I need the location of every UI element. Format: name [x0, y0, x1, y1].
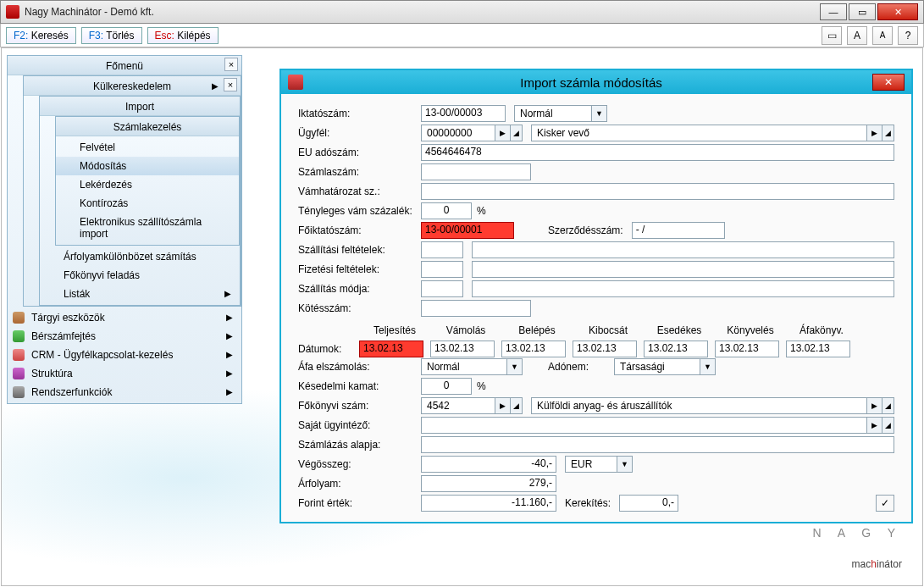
field-own-clerk[interactable]: ▶◢ [421, 417, 894, 434]
date-vamolas[interactable]: 13.02.13 [430, 341, 495, 357]
lookup-icon[interactable]: ▶ [866, 418, 882, 433]
label-delivery-terms: Szállítási feltételek: [298, 244, 421, 256]
combo-currency[interactable]: EUR▼ [565, 456, 633, 473]
chevron-down-icon[interactable]: ▼ [591, 106, 606, 121]
combo-tax-type[interactable]: Társasági▼ [614, 358, 716, 375]
menu-main-header[interactable]: Főmenü× [8, 56, 241, 75]
font-small-button[interactable]: A [872, 26, 893, 45]
field-late-interest[interactable]: 0 [421, 378, 472, 395]
field-invoice-no[interactable] [421, 163, 531, 180]
corner-icon[interactable]: ◢ [882, 418, 894, 433]
label-iktatoszam: Iktatószám: [298, 108, 421, 119]
field-billing-basis[interactable] [421, 436, 894, 453]
close-icon[interactable]: × [224, 58, 238, 71]
field-delivery-terms-code[interactable] [421, 241, 463, 258]
field-binding-no[interactable] [421, 300, 531, 317]
label-own-clerk: Saját ügyintéző: [298, 419, 421, 431]
menu-item-edi-import[interactable]: Elektronikus szállítószámla import [56, 213, 239, 243]
window-mode-button[interactable]: ▭ [822, 26, 842, 45]
field-payment-terms-text[interactable] [472, 261, 894, 278]
date-teljesites[interactable]: 13.02.13 [359, 341, 423, 357]
delete-button[interactable]: F3: Törlés [81, 27, 142, 44]
date-kibocsat[interactable]: 13.02.13 [573, 341, 637, 357]
close-icon[interactable]: × [224, 78, 237, 91]
label-eu-vat: EU adószám: [298, 147, 421, 158]
font-large-button[interactable]: A [847, 26, 867, 45]
date-afakonyv[interactable]: 13.02.13 [786, 341, 850, 357]
date-esedekes[interactable]: 13.02.13 [644, 341, 708, 357]
menu-item-crm[interactable]: CRM - Ügyfélkapcsolat-kezelés▶ [8, 346, 241, 364]
field-ledger-code[interactable]: 4542▶◢ [421, 397, 523, 414]
corner-icon[interactable]: ◢ [882, 125, 894, 141]
chevron-down-icon[interactable]: ▼ [700, 359, 715, 374]
field-rounding[interactable]: 0,- [619, 495, 678, 512]
menu-foreign-trade-header[interactable]: Külkereskedelem▶× [24, 76, 241, 96]
brand-logo: N A G Y machinátor [812, 526, 902, 575]
label-exchange-rate: Árfolyam: [298, 478, 421, 490]
maximize-button[interactable]: ▭ [849, 3, 876, 20]
col-teljesites: Teljesítés [359, 324, 430, 336]
app-icon [6, 5, 19, 19]
label-shipping-mode: Szállítás módja: [298, 283, 421, 295]
dialog-titlebar: Import számla módosítás ✕ [281, 70, 911, 94]
date-konyveles[interactable]: 13.02.13 [715, 341, 779, 357]
menu-item-payroll[interactable]: Bérszámfejtés▶ [8, 327, 241, 346]
help-button[interactable]: ? [898, 26, 918, 45]
corner-icon[interactable]: ◢ [510, 398, 522, 413]
main-toolbar: F2: Keresés F3: Törlés Esc: Kilépés ▭ A … [0, 24, 924, 47]
corner-icon[interactable]: ◢ [510, 125, 522, 141]
menu-item-ledger-post[interactable]: Főkönyvi feladás [40, 266, 240, 285]
corner-icon[interactable]: ◢ [882, 398, 894, 413]
field-iktatoszam[interactable]: 13-00/00003 [421, 105, 506, 122]
chevron-down-icon[interactable]: ▼ [506, 359, 522, 374]
lookup-icon[interactable]: ▶ [495, 125, 510, 141]
field-main-reg-no[interactable]: 13-00/00001 [421, 222, 514, 239]
dialog-close-button[interactable]: ✕ [872, 74, 905, 91]
confirm-button[interactable]: ✓ [876, 495, 894, 512]
menu-main: Főmenü× Külkereskedelem▶× Import Számlak… [7, 55, 242, 404]
lookup-icon[interactable]: ▶ [866, 125, 882, 141]
menu-invoice-mgmt-header[interactable]: Számlakezelés [56, 117, 239, 136]
field-customer-name[interactable]: Kisker vevő▶◢ [531, 125, 894, 141]
field-total[interactable]: -40,- [421, 456, 556, 473]
field-delivery-terms-text[interactable] [472, 241, 894, 258]
field-customs-pct[interactable]: 0 [421, 202, 472, 219]
menu-item-new[interactable]: Felvétel [56, 138, 239, 157]
field-shipping-mode-code[interactable] [421, 280, 463, 297]
combo-vat-settle[interactable]: Normál▼ [421, 358, 523, 375]
search-button[interactable]: F2: Keresés [6, 27, 76, 44]
label-billing-basis: Számlázás alapja: [298, 439, 421, 451]
window-title: Nagy Machinátor - Demó kft. [25, 6, 818, 18]
label-payment-terms: Fizetési feltételek: [298, 263, 421, 275]
field-huf-value[interactable]: -11.160,- [421, 495, 556, 512]
menu-item-accounting[interactable]: Kontírozás [56, 194, 239, 213]
menu-item-query[interactable]: Lekérdezés [56, 175, 239, 194]
menu-item-modify[interactable]: Módosítás [56, 157, 239, 175]
pct-sign2: % [472, 380, 486, 392]
field-customs-no[interactable] [421, 183, 894, 200]
lookup-icon[interactable]: ▶ [495, 398, 510, 413]
menu-item-system[interactable]: Rendszerfunkciók▶ [8, 383, 241, 401]
label-binding-no: Kötésszám: [298, 302, 421, 314]
menu-item-lists[interactable]: Listák▶ [40, 285, 240, 303]
exit-button[interactable]: Esc: Kilépés [147, 27, 219, 44]
combo-status[interactable]: Normál▼ [514, 105, 607, 122]
field-payment-terms-code[interactable] [421, 261, 463, 278]
field-customer-code[interactable]: 00000000▶◢ [421, 125, 523, 141]
label-customs-no: Vámhatározat sz.: [298, 186, 421, 197]
minimize-button[interactable]: — [820, 3, 847, 20]
chevron-down-icon[interactable]: ▼ [617, 457, 632, 472]
label-contract-no: Szerződésszám: [548, 224, 623, 236]
field-contract-no[interactable]: - / [632, 222, 725, 239]
field-ledger-name[interactable]: Külföldi anyag- és áruszállítók▶◢ [531, 397, 894, 414]
field-shipping-mode-text[interactable] [472, 280, 894, 297]
window-close-button[interactable]: ✕ [877, 3, 918, 20]
menu-import-header[interactable]: Import [40, 97, 240, 116]
field-eu-vat[interactable]: 4564646478 [421, 144, 894, 161]
lookup-icon[interactable]: ▶ [866, 398, 882, 413]
menu-item-exchange-diff[interactable]: Árfolyamkülönbözet számítás [40, 247, 240, 266]
field-exchange-rate[interactable]: 279,- [421, 475, 556, 492]
menu-item-assets[interactable]: Tárgyi eszközök▶ [8, 308, 241, 327]
date-belepes[interactable]: 13.02.13 [501, 341, 566, 357]
menu-item-structure[interactable]: Struktúra▶ [8, 364, 241, 383]
